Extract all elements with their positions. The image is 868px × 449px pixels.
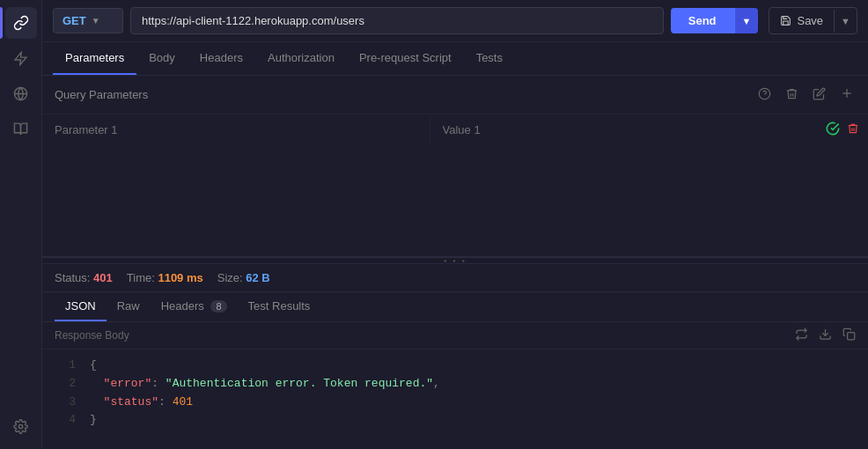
method-chevron-icon: ▼ xyxy=(92,16,100,26)
params-edit-button[interactable] xyxy=(811,85,828,105)
line-num-3: 3 xyxy=(55,394,76,412)
help-icon xyxy=(758,87,771,100)
response-section: Status: 401 Time: 1109 ms Size: 62 B JSO… xyxy=(42,264,868,449)
save-dropdown-button[interactable]: ▼ xyxy=(834,10,857,33)
resp-tab-test-results[interactable]: Test Results xyxy=(238,292,321,321)
topbar: GET ▼ Send ▼ Save ▼ xyxy=(42,0,868,42)
tab-parameters[interactable]: Parameters xyxy=(53,42,136,75)
method-label: GET xyxy=(63,14,86,27)
svg-point-3 xyxy=(18,424,22,428)
svg-marker-0 xyxy=(15,52,26,64)
sidebar-icon-globe[interactable] xyxy=(5,77,37,109)
sidebar-icon-link[interactable] xyxy=(5,7,37,39)
code-line-4: 4 } xyxy=(42,411,868,430)
trash-icon xyxy=(785,87,798,100)
svg-rect-9 xyxy=(848,333,855,340)
save-button[interactable]: Save xyxy=(769,8,834,33)
headers-badge: 8 xyxy=(210,300,226,313)
tab-prerequest[interactable]: Pre-request Script xyxy=(347,42,464,75)
size-value: 62 B xyxy=(246,271,269,284)
code-line-1: 1 { xyxy=(42,357,868,375)
request-tabs: Parameters Body Headers Authorization Pr… xyxy=(42,42,868,76)
copy-icon xyxy=(842,328,856,341)
param-key-input-1[interactable] xyxy=(55,123,417,136)
response-tabs: JSON Raw Headers 8 Test Results xyxy=(42,292,868,322)
param-row-1 xyxy=(42,114,868,145)
plus-icon xyxy=(840,86,854,100)
params-help-button[interactable] xyxy=(756,85,773,105)
param-delete-icon-1[interactable] xyxy=(847,122,859,137)
response-body-header: Response Body xyxy=(42,322,868,350)
status-label: Status: 401 xyxy=(55,271,113,284)
status-value: 401 xyxy=(93,271,113,284)
response-code-area: 1 { 2 "error": "Authentication error. To… xyxy=(42,350,868,449)
param-actions-1 xyxy=(817,121,868,138)
resize-divider[interactable]: • • • xyxy=(42,257,868,264)
params-header-actions xyxy=(756,85,856,105)
param-key-1 xyxy=(42,116,430,144)
send-dropdown-button[interactable]: ▼ xyxy=(734,8,759,33)
params-section: Query Parameters xyxy=(42,76,868,256)
sidebar xyxy=(0,0,42,449)
save-icon xyxy=(780,15,791,26)
tab-body[interactable]: Body xyxy=(136,42,188,75)
url-input[interactable] xyxy=(130,7,664,34)
response-wrap-button[interactable] xyxy=(795,328,808,343)
line-num-4: 4 xyxy=(55,411,76,430)
query-params-label: Query Parameters xyxy=(55,88,148,101)
response-status-bar: Status: 401 Time: 1109 ms Size: 62 B xyxy=(42,264,868,292)
tab-tests[interactable]: Tests xyxy=(464,42,515,75)
param-value-1 xyxy=(430,116,818,144)
param-check-icon-1[interactable] xyxy=(826,121,840,138)
line-num-1: 1 xyxy=(55,357,76,375)
response-download-button[interactable] xyxy=(819,328,832,343)
sidebar-icon-lightning[interactable] xyxy=(5,42,37,74)
params-add-button[interactable] xyxy=(838,85,856,105)
params-header: Query Parameters xyxy=(42,76,868,114)
response-copy-button[interactable] xyxy=(842,328,856,343)
request-section: Parameters Body Headers Authorization Pr… xyxy=(42,42,868,257)
size-label: Size: 62 B xyxy=(217,271,270,284)
code-line-2: 2 "error": "Authentication error. Token … xyxy=(42,375,868,394)
resp-tab-headers[interactable]: Headers 8 xyxy=(151,292,238,321)
params-delete-button[interactable] xyxy=(783,85,800,105)
response-body-label: Response Body xyxy=(55,329,129,342)
save-label: Save xyxy=(797,14,823,27)
download-icon xyxy=(819,328,832,341)
edit-icon xyxy=(813,87,826,100)
param-value-input-1[interactable] xyxy=(443,123,805,136)
send-button[interactable]: Send xyxy=(671,8,734,33)
sidebar-icon-settings[interactable] xyxy=(5,410,37,442)
main-panel: GET ▼ Send ▼ Save ▼ Parameters Body xyxy=(42,0,868,449)
wrap-icon xyxy=(795,328,808,341)
time-label: Time: 1109 ms xyxy=(127,271,203,284)
time-value: 1109 ms xyxy=(158,271,202,284)
method-select[interactable]: GET ▼ xyxy=(53,8,123,33)
send-button-group: Send ▼ xyxy=(671,8,759,33)
code-line-3: 3 "status": 401 xyxy=(42,394,868,412)
line-num-2: 2 xyxy=(55,375,76,394)
response-body-actions xyxy=(795,328,856,343)
sidebar-icon-book[interactable] xyxy=(5,113,37,144)
resp-tab-raw[interactable]: Raw xyxy=(107,292,151,321)
tab-authorization[interactable]: Authorization xyxy=(255,42,347,75)
resp-tab-json[interactable]: JSON xyxy=(55,292,107,321)
save-button-group: Save ▼ xyxy=(769,7,857,34)
tab-headers[interactable]: Headers xyxy=(188,42,255,75)
